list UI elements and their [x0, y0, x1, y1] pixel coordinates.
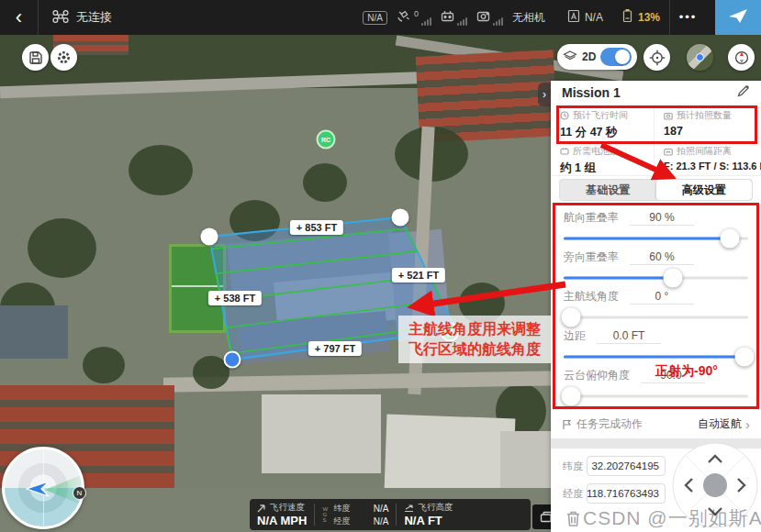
mission-title: Mission 1 — [562, 85, 621, 100]
tab-basic-settings[interactable]: 基础设置 — [560, 180, 656, 200]
mission-panel: › Mission 1 预计飞行时间 11 分 47 秒 预计拍照数量 187 … — [551, 81, 761, 532]
attitude-compass[interactable] — [2, 447, 84, 529]
gimbal-pitch-slider[interactable] — [564, 386, 748, 406]
tab-advanced-settings[interactable]: 高级设置 — [656, 180, 753, 200]
edit-mission-button[interactable] — [737, 84, 750, 101]
stat-battery-count: 所需电池数 约 1 组 — [551, 140, 655, 176]
app-root: S RC + 853 FT + 521 FT + 538 FT + 797 FT… — [0, 0, 761, 532]
battery-icon — [621, 8, 633, 27]
remote-controller-icon — [441, 9, 454, 26]
slider-thumb[interactable] — [663, 269, 682, 288]
stat-flight-time: 预计飞行时间 11 分 47 秒 — [551, 105, 655, 140]
gps-signal: 0 — [397, 9, 431, 26]
map-sports-field — [169, 244, 226, 333]
connection-status: 无连接 — [76, 9, 112, 26]
compass-reset-button[interactable] — [728, 44, 755, 71]
photo-icon — [664, 112, 673, 120]
map-building — [0, 305, 68, 359]
rc-mode: N/A — [567, 9, 603, 27]
stat-photo-interval: 拍照间隔距离 F: 21.3 FT / S: 113.6 FT — [655, 140, 761, 176]
frontal-overlap-value[interactable]: 90 % — [630, 211, 694, 226]
speed-arrow-icon — [257, 504, 266, 513]
area-corner-handle[interactable] — [201, 228, 218, 246]
back-button[interactable]: ‹ — [0, 0, 39, 35]
slider-thumb[interactable] — [562, 387, 581, 406]
clock-icon — [560, 111, 569, 120]
battery-percent: 13% — [638, 11, 660, 24]
finish-action-value: 自动返航 — [698, 416, 742, 432]
coords-readout: WGS 纬度N/A 经度N/A — [315, 503, 396, 527]
camera-signal — [476, 9, 503, 26]
speed-readout: 飞行速度 N/A MPH — [250, 502, 314, 527]
finish-action-row[interactable]: 任务完成动作 自动返航 › — [551, 409, 761, 438]
camera-icon — [476, 9, 490, 26]
locate-button[interactable] — [643, 44, 670, 71]
slider-row-route-angle: 主航线角度0 ° — [564, 284, 748, 324]
nudge-dpad[interactable] — [671, 441, 759, 532]
save-icon — [28, 50, 43, 65]
battery-status: 13% — [621, 8, 660, 27]
battery-pack-icon — [560, 147, 569, 156]
datum-label: WGS — [322, 506, 330, 523]
route-angle-value[interactable]: 0 ° — [630, 290, 694, 305]
edge-length-label-bottom[interactable]: + 797 FT — [308, 341, 362, 356]
crosshair-icon — [649, 50, 666, 66]
map-building — [239, 311, 388, 364]
slider-thumb[interactable] — [562, 308, 581, 327]
compass-icon — [733, 50, 750, 66]
edge-length-label-top[interactable]: + 853 FT — [290, 220, 343, 235]
area-corner-handle[interactable] — [392, 209, 409, 227]
camera-status: 无相机 — [512, 10, 545, 26]
telemetry-lon: N/A — [357, 516, 388, 526]
flag-icon — [562, 419, 572, 430]
edge-length-label-right[interactable]: + 521 FT — [392, 268, 445, 283]
margin-value[interactable]: 0.0 FT — [597, 329, 661, 344]
gimbal-angle-note: 正射为-90° — [655, 363, 718, 380]
flight-mode-badge: N/A — [363, 11, 387, 25]
mission-stats: 预计飞行时间 11 分 47 秒 预计拍照数量 187 所需电池数 约 1 组 … — [551, 105, 761, 176]
takeoff-plane-icon — [727, 6, 749, 28]
minimap-button[interactable] — [687, 44, 713, 71]
route-angle-slider[interactable] — [564, 307, 748, 327]
map-settings-button[interactable] — [50, 44, 77, 71]
flight-mode-icon — [567, 9, 580, 27]
north-indicator: N — [73, 486, 86, 500]
drone-icon — [51, 9, 70, 27]
route-angle-note: 主航线角度用来调整 飞行区域的航线角度 — [398, 316, 551, 363]
latitude-input[interactable]: 32.202764195 — [587, 456, 666, 476]
layers-icon — [563, 49, 577, 65]
area-corner-handle-selected[interactable] — [224, 351, 241, 369]
2d-toggle-switch[interactable] — [600, 48, 632, 66]
edge-length-label-left[interactable]: + 538 FT — [208, 291, 262, 305]
coordinates-section: 纬度 32.202764195 经度 118.716763493 — [551, 449, 761, 532]
rc-position-marker: RC — [317, 130, 336, 150]
frontal-overlap-slider[interactable] — [564, 228, 748, 249]
slider-thumb[interactable] — [720, 229, 739, 249]
telemetry-lat: N/A — [357, 504, 388, 514]
side-overlap-slider[interactable] — [564, 268, 748, 288]
gear-icon — [56, 50, 72, 65]
view-toggle-label: 2D — [582, 50, 596, 63]
takeoff-button[interactable] — [715, 0, 761, 35]
chevron-right-icon: › — [745, 416, 750, 432]
settings-tabs: 基础设置 高级设置 — [559, 179, 753, 201]
dpad-center — [703, 473, 727, 497]
rc-mode-value: N/A — [585, 11, 603, 24]
slider-thumb[interactable] — [734, 348, 754, 367]
top-status-bar: ‹ 无连接 N/A 0 — [0, 0, 761, 35]
slider-row-side-overlap: 旁向重叠率60 % — [564, 245, 748, 284]
longitude-input[interactable]: 118.716763493 — [587, 483, 666, 504]
save-mission-button[interactable] — [22, 44, 49, 71]
telemetry-bar: 飞行速度 N/A MPH WGS 纬度N/A 经度N/A 飞行高度 N/A FT — [250, 499, 531, 530]
more-button[interactable]: ••• — [669, 0, 706, 35]
map-building-white — [385, 415, 516, 494]
map-building-white — [262, 394, 381, 473]
drone-heading-icon — [25, 478, 52, 500]
altitude-icon — [404, 504, 414, 513]
map-2d-toggle[interactable]: 2D — [557, 44, 637, 70]
panel-collapse-button[interactable]: › — [538, 83, 551, 106]
interval-icon — [664, 148, 673, 156]
side-overlap-value[interactable]: 60 % — [630, 250, 694, 265]
stat-photo-count: 预计拍照数量 187 — [655, 105, 761, 140]
slider-row-margin: 边距0.0 FT — [564, 324, 748, 363]
